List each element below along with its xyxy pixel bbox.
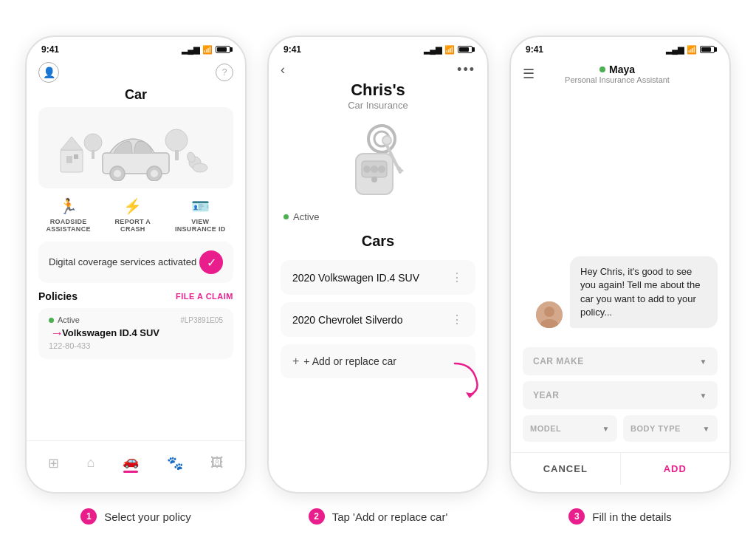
car-list-item-2[interactable]: 2020 Chevrolet Silverdo ⋮ bbox=[281, 302, 475, 337]
menu-icon[interactable]: ☰ bbox=[523, 66, 535, 82]
chat-message: Hey Chris, it's good to see you again! T… bbox=[570, 256, 718, 328]
nav-car[interactable]: 🚗 bbox=[123, 453, 139, 473]
assistant-avatar bbox=[536, 301, 563, 328]
roadside-icon: 🏃 bbox=[59, 197, 78, 215]
battery-icon-2 bbox=[458, 46, 472, 53]
time-2: 9:41 bbox=[284, 44, 301, 55]
photo-icon: 🖼 bbox=[210, 455, 224, 471]
more-button[interactable]: ••• bbox=[457, 62, 475, 78]
policy-number: 122-80-433 bbox=[49, 341, 90, 350]
car-name-2: 2020 Chevrolet Silverdo bbox=[292, 314, 402, 326]
policy-top: Active #LP3891E05 bbox=[49, 315, 223, 324]
wifi-icon-2: 📶 bbox=[444, 45, 455, 55]
time-3: 9:41 bbox=[526, 44, 543, 55]
policy-name-row: → Volkswagen ID.4 SUV bbox=[49, 327, 223, 338]
svg-rect-5 bbox=[92, 150, 94, 159]
page-wrapper: 9:41 ▂▄▆ 📶 👤 ? Car bbox=[15, 35, 741, 525]
car-nav-icon: 🚗 bbox=[123, 453, 139, 469]
chat-area: Hey Chris, it's good to see you again! T… bbox=[511, 87, 729, 340]
file-claim-button[interactable]: FILE A CLAIM bbox=[176, 292, 233, 301]
step-3-label: 3 Fill in the details bbox=[509, 508, 731, 525]
add-car-button[interactable]: + + Add or replace car bbox=[281, 344, 475, 378]
phone1-header: 👤 ? bbox=[27, 58, 245, 86]
svg-rect-7 bbox=[175, 150, 179, 160]
keys-illustration bbox=[281, 117, 475, 205]
active-dot-indicator bbox=[49, 318, 54, 323]
back-button[interactable]: ‹ bbox=[281, 62, 285, 78]
status-bar-1: 9:41 ▂▄▆ 📶 bbox=[27, 37, 245, 58]
status-bar-2: 9:41 ▂▄▆ 📶 bbox=[269, 37, 487, 58]
model-label: MODEL bbox=[530, 424, 561, 433]
status-icons-3: ▂▄▆ 📶 bbox=[666, 45, 715, 55]
phone-2: 9:41 ▂▄▆ 📶 ‹ ••• Chris's Car Insurance bbox=[267, 35, 489, 494]
svg-point-30 bbox=[544, 307, 554, 317]
car-illustration bbox=[38, 107, 233, 188]
car-make-select[interactable]: CAR MAKE ▼ bbox=[523, 347, 718, 375]
insurance-id-label: VIEWINSURANCE ID bbox=[175, 218, 226, 233]
nav-photo[interactable]: 🖼 bbox=[210, 455, 224, 471]
car-name-1: 2020 Volkswagen ID.4 SUV bbox=[292, 272, 419, 284]
nav-home[interactable]: ⌂ bbox=[86, 455, 94, 471]
policy-card[interactable]: Active #LP3891E05 → Volkswagen ID.4 SUV … bbox=[38, 308, 233, 359]
crash-action[interactable]: ⚡ REPORT ACRASH bbox=[115, 197, 151, 233]
svg-point-22 bbox=[378, 165, 385, 173]
status-icons-1: ▂▄▆ 📶 bbox=[182, 45, 230, 55]
quick-actions: 🏃 ROADSIDEASSISTANCE ⚡ REPORT ACRASH 🪪 V… bbox=[27, 188, 245, 242]
insurance-id-action[interactable]: 🪪 VIEWINSURANCE ID bbox=[175, 197, 226, 233]
step-3-text: Fill in the details bbox=[592, 511, 672, 523]
nav-qr[interactable]: ⊞ bbox=[48, 455, 59, 471]
chat-bubble-row: Hey Chris, it's good to see you again! T… bbox=[536, 256, 718, 328]
avatar-icon[interactable]: 👤 bbox=[38, 62, 59, 83]
signal-icon-2: ▂▄▆ bbox=[424, 45, 441, 55]
car-list-item-1[interactable]: 2020 Volkswagen ID.4 SUV ⋮ bbox=[281, 260, 475, 295]
policies-title: Policies bbox=[38, 290, 78, 302]
plus-icon: + bbox=[292, 355, 299, 368]
steps-row: 1 Select your policy 2 Tap 'Add or repla… bbox=[15, 508, 741, 525]
nav-pets[interactable]: 🐾 bbox=[167, 455, 183, 471]
chevron-down-model: ▼ bbox=[602, 425, 610, 433]
assistant-role: Personal Insurance Assistant bbox=[565, 75, 670, 84]
bottom-nav: ⊞ ⌂ 🚗 🐾 🖼 bbox=[27, 440, 245, 492]
car-more-icon-1[interactable]: ⋮ bbox=[451, 270, 464, 284]
crash-icon: ⚡ bbox=[123, 197, 142, 215]
coverage-text: Digital coverage services activated bbox=[49, 256, 196, 269]
model-select[interactable]: MODEL ▼ bbox=[523, 415, 617, 442]
arrow-indicator: → bbox=[50, 326, 63, 341]
nav-active-bar bbox=[123, 471, 138, 473]
maya-name-text: Maya bbox=[609, 64, 635, 75]
qr-icon: ⊞ bbox=[48, 455, 59, 471]
assistant-name: Maya bbox=[565, 64, 670, 75]
help-icon[interactable]: ? bbox=[216, 64, 233, 81]
svg-point-23 bbox=[371, 177, 377, 182]
home-icon: ⌂ bbox=[86, 455, 94, 471]
step-2-text: Tap 'Add or replace car' bbox=[332, 511, 448, 523]
phone2-title: Chris's bbox=[269, 81, 487, 100]
svg-point-21 bbox=[371, 165, 378, 173]
status-icons-2: ▂▄▆ 📶 bbox=[424, 45, 472, 55]
wifi-icon-3: 📶 bbox=[687, 45, 697, 55]
body-type-select[interactable]: BODY TYPE ▼ bbox=[623, 415, 718, 442]
roadside-action[interactable]: 🏃 ROADSIDEASSISTANCE bbox=[46, 197, 90, 233]
active-label: Active bbox=[58, 315, 80, 324]
active-status: Active bbox=[49, 315, 80, 324]
active-badge: Active bbox=[269, 211, 487, 222]
form-row-model-body: MODEL ▼ BODY TYPE ▼ bbox=[523, 415, 718, 442]
car-make-label: CAR MAKE bbox=[533, 356, 584, 366]
chevron-down-body: ▼ bbox=[703, 425, 710, 433]
phone1-title: Car bbox=[27, 86, 245, 107]
coverage-card: Digital coverage services activated ✓ bbox=[38, 242, 233, 283]
crash-label: REPORT ACRASH bbox=[115, 218, 151, 233]
svg-point-6 bbox=[165, 129, 188, 151]
car-more-icon-2[interactable]: ⋮ bbox=[451, 313, 464, 327]
step-2-number: 2 bbox=[309, 508, 325, 525]
pets-icon: 🐾 bbox=[167, 455, 183, 471]
time-1: 9:41 bbox=[41, 44, 59, 55]
phone2-header: ‹ ••• bbox=[269, 58, 487, 81]
add-button[interactable]: ADD bbox=[621, 453, 730, 485]
phone3-topbar: ☰ Maya Personal Insurance Assistant bbox=[511, 58, 729, 87]
cancel-button[interactable]: CANCEL bbox=[511, 453, 621, 485]
year-label: YEAR bbox=[533, 390, 559, 400]
year-select[interactable]: YEAR ▼ bbox=[523, 381, 718, 409]
phone-1: 9:41 ▂▄▆ 📶 👤 ? Car bbox=[25, 35, 247, 494]
chevron-down-make: ▼ bbox=[700, 358, 707, 366]
